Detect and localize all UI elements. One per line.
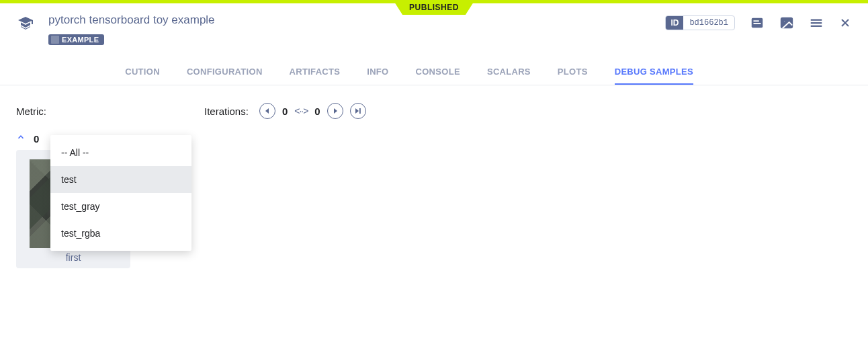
tabs: CUTION CONFIGURATION ARTIFACTS INFO CONS…: [0, 60, 868, 85]
iter-next-button[interactable]: [327, 103, 343, 119]
svg-rect-2: [754, 23, 761, 24]
iter-prev-button[interactable]: [259, 103, 275, 119]
dropdown-item-all[interactable]: -- All --: [50, 139, 191, 166]
title-block: pytorch tensorboard toy example EXAMPLE: [48, 13, 665, 46]
sample-thumbnail-label: first: [26, 252, 121, 263]
dropdown-item-test[interactable]: test: [50, 166, 191, 193]
iterations-label: Iterations:: [204, 106, 249, 117]
details-icon[interactable]: [750, 15, 765, 30]
app-logo-icon: [16, 15, 35, 32]
page-title: pytorch tensorboard toy example: [48, 13, 665, 28]
menu-icon[interactable]: [809, 15, 824, 30]
tab-info[interactable]: INFO: [367, 60, 388, 85]
close-icon[interactable]: [838, 16, 852, 30]
id-badge[interactable]: ID bd1662b1: [665, 15, 735, 30]
iter-end-value: 0: [314, 106, 320, 117]
tabs-wrapper: CUTION CONFIGURATION ARTIFACTS INFO CONS…: [0, 60, 868, 127]
tab-scalars[interactable]: SCALARS: [487, 60, 531, 85]
image-icon[interactable]: [779, 15, 794, 30]
svg-rect-6: [811, 22, 822, 24]
svg-rect-1: [754, 20, 759, 22]
id-badge-value: bd1662b1: [683, 16, 734, 30]
iter-last-button[interactable]: [350, 103, 366, 119]
tab-plots[interactable]: PLOTS: [558, 60, 588, 85]
svg-rect-5: [811, 19, 822, 21]
tab-debug-samples[interactable]: DEBUG SAMPLES: [615, 60, 693, 85]
dropdown-item-test-rgba[interactable]: test_rgba: [50, 220, 191, 247]
iteration-controls: 0 <··> 0: [259, 103, 366, 119]
chip-label: EXAMPLE: [62, 36, 99, 44]
collapse-icon[interactable]: [16, 132, 26, 145]
tab-console[interactable]: CONSOLE: [416, 60, 460, 85]
id-badge-label: ID: [666, 16, 683, 30]
iter-start-value: 0: [282, 106, 288, 117]
metric-dropdown: -- All -- test test_gray test_rgba: [50, 135, 191, 251]
iter-range-icon: <··>: [294, 106, 308, 116]
tab-execution[interactable]: CUTION: [125, 60, 160, 85]
published-badge: PUBLISHED: [393, 0, 475, 15]
svg-point-4: [783, 20, 785, 22]
metric-label: Metric:: [16, 106, 46, 117]
controls-row: Metric: Iterations: 0 <··> 0: [0, 85, 868, 127]
tab-artifacts[interactable]: ARTIFACTS: [290, 60, 341, 85]
iteration-number: 0: [34, 133, 39, 145]
header-actions: ID bd1662b1: [665, 15, 852, 30]
dropdown-item-test-gray[interactable]: test_gray: [50, 193, 191, 220]
tab-configuration[interactable]: CONFIGURATION: [187, 60, 263, 85]
chip-icon: [51, 36, 59, 44]
top-accent-bar: PUBLISHED: [0, 0, 868, 3]
svg-rect-8: [359, 108, 361, 114]
example-chip: EXAMPLE: [48, 34, 104, 45]
svg-rect-7: [811, 26, 822, 27]
